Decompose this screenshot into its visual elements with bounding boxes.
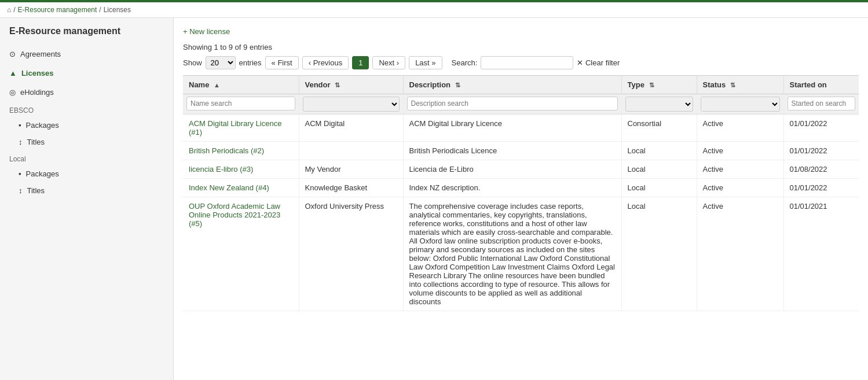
sidebar-item-agreements-label: Agreements: [20, 50, 61, 58]
row-type-cell: Local: [621, 197, 697, 311]
row-status-cell: Active: [697, 179, 783, 197]
vendor-search-select[interactable]: [303, 97, 400, 112]
licenses-table: Name ▲ Vendor ⇅ Description ⇅: [183, 75, 859, 311]
sidebar: E-Resource management ⊙ Agreements ▲ Lic…: [0, 18, 174, 380]
row-started-on-cell: 01/08/2022: [783, 160, 859, 179]
row-vendor-cell: [299, 142, 403, 160]
status-search-select[interactable]: [701, 97, 780, 112]
col-header-started-on[interactable]: Started on: [783, 76, 859, 94]
started-on-search-cell: [783, 94, 859, 115]
breadcrumb-home[interactable]: /: [13, 6, 15, 14]
type-sort-icon: ⇅: [649, 82, 654, 88]
local-packages-label: Packages: [26, 169, 59, 178]
main-content: + New license Showing 1 to 9 of 9 entrie…: [174, 18, 868, 380]
license-link[interactable]: licencia E-libro (#3): [189, 165, 253, 174]
type-search-select[interactable]: [625, 97, 693, 112]
type-search-cell: [621, 94, 697, 115]
vendor-search-cell: [299, 94, 403, 115]
name-search-input[interactable]: [186, 97, 295, 110]
first-page-button[interactable]: « First: [265, 56, 299, 69]
entries-label: entries: [239, 58, 262, 67]
global-search-input[interactable]: [481, 56, 573, 69]
ebsco-titles-icon: ↕: [19, 138, 23, 146]
status-search-cell: [697, 94, 783, 115]
sidebar-item-licenses-label: Licenses: [21, 69, 54, 78]
sidebar-item-local-titles[interactable]: ↕ Titles: [0, 182, 173, 199]
description-search-cell: [403, 94, 621, 115]
row-description-cell: The comprehensive coverage includes case…: [403, 197, 621, 311]
row-vendor-cell: My Vendor: [299, 160, 403, 179]
agreements-icon: ⊙: [9, 50, 16, 58]
col-header-vendor[interactable]: Vendor ⇅: [299, 76, 403, 94]
entries-per-page-select[interactable]: 10 20 50 100: [206, 56, 236, 69]
col-header-status[interactable]: Status ⇅: [697, 76, 783, 94]
table-row: British Periodicals (#2)British Periodic…: [183, 142, 859, 160]
sidebar-title: E-Resource management: [0, 18, 173, 45]
row-type-cell: Local: [621, 179, 697, 197]
row-name-cell: British Periodicals (#2): [183, 142, 299, 160]
license-link[interactable]: ACM Digital Library Licence (#1): [189, 119, 281, 136]
row-description-cell: ACM Digital Library Licence: [403, 115, 621, 142]
row-vendor-cell: ACM Digital: [299, 115, 403, 142]
row-type-cell: Local: [621, 142, 697, 160]
row-status-cell: Active: [697, 160, 783, 179]
local-titles-label: Titles: [27, 186, 45, 195]
description-sort-icon: ⇅: [455, 82, 460, 88]
row-started-on-cell: 01/01/2021: [783, 197, 859, 311]
row-type-cell: Local: [621, 160, 697, 179]
row-status-cell: Active: [697, 197, 783, 311]
new-license-button[interactable]: + New license: [183, 25, 230, 38]
sidebar-item-eholdings[interactable]: ◎ eHoldings: [0, 83, 173, 102]
started-on-search-input[interactable]: [788, 97, 856, 110]
home-icon: ⌂: [7, 6, 11, 14]
row-started-on-cell: 01/01/2022: [783, 115, 859, 142]
licenses-table-wrapper: Name ▲ Vendor ⇅ Description ⇅: [183, 75, 859, 311]
row-description-cell: Licencia de E-Libro: [403, 160, 621, 179]
licenses-icon: ▲: [9, 69, 17, 78]
table-header-row: Name ▲ Vendor ⇅ Description ⇅: [183, 76, 859, 94]
ebsco-packages-label: Packages: [26, 121, 59, 130]
table-search-row: [183, 94, 859, 115]
ebsco-section-label: EBSCO: [0, 102, 173, 117]
last-page-button[interactable]: Last »: [409, 56, 442, 69]
sidebar-item-local-packages[interactable]: ▪ Packages: [0, 165, 173, 182]
license-link[interactable]: OUP Oxford Academic Law Online Products …: [189, 202, 280, 228]
row-description-cell: British Periodicals Licence: [403, 142, 621, 160]
col-header-description[interactable]: Description ⇅: [403, 76, 621, 94]
name-search-cell: [183, 94, 299, 115]
row-started-on-cell: 01/01/2022: [783, 142, 859, 160]
sidebar-item-ebsco-titles[interactable]: ↕ Titles: [0, 134, 173, 150]
sidebar-item-eholdings-label: eHoldings: [20, 88, 54, 97]
sidebar-item-agreements[interactable]: ⊙ Agreements: [0, 45, 173, 64]
row-vendor-cell: Oxford University Press: [299, 197, 403, 311]
row-name-cell: licencia E-libro (#3): [183, 160, 299, 179]
row-started-on-cell: 01/01/2022: [783, 179, 859, 197]
breadcrumb-section[interactable]: E-Resource management: [18, 6, 97, 14]
show-label: Show: [183, 58, 202, 67]
license-link[interactable]: Index New Zealand (#4): [189, 183, 269, 192]
local-titles-icon: ↕: [19, 186, 23, 195]
table-row: licencia E-libro (#3)My VendorLicencia d…: [183, 160, 859, 179]
current-page-button[interactable]: 1: [352, 56, 369, 69]
sidebar-item-licenses[interactable]: ▲ Licenses: [0, 64, 173, 83]
next-page-button[interactable]: Next ›: [372, 56, 405, 69]
table-row: OUP Oxford Academic Law Online Products …: [183, 197, 859, 311]
search-label: Search:: [452, 58, 478, 67]
sidebar-item-ebsco-packages[interactable]: ▪ Packages: [0, 117, 173, 134]
table-row: ACM Digital Library Licence (#1)ACM Digi…: [183, 115, 859, 142]
previous-page-button[interactable]: ‹ Previous: [302, 56, 349, 69]
clear-filter-button[interactable]: ✕ Clear filter: [577, 58, 620, 67]
ebsco-titles-label: Titles: [27, 138, 45, 146]
col-header-name[interactable]: Name ▲: [183, 76, 299, 94]
eholdings-icon: ◎: [9, 88, 16, 97]
row-vendor-cell: Knowledge Basket: [299, 179, 403, 197]
row-status-cell: Active: [697, 142, 783, 160]
row-status-cell: Active: [697, 115, 783, 142]
showing-text: Showing 1 to 9 of 9 entries: [183, 43, 859, 51]
license-link[interactable]: British Periodicals (#2): [189, 146, 264, 155]
table-body: ACM Digital Library Licence (#1)ACM Digi…: [183, 115, 859, 311]
description-search-input[interactable]: [407, 97, 618, 110]
col-header-type[interactable]: Type ⇅: [621, 76, 697, 94]
ebsco-packages-icon: ▪: [19, 121, 21, 130]
row-type-cell: Consortial: [621, 115, 697, 142]
